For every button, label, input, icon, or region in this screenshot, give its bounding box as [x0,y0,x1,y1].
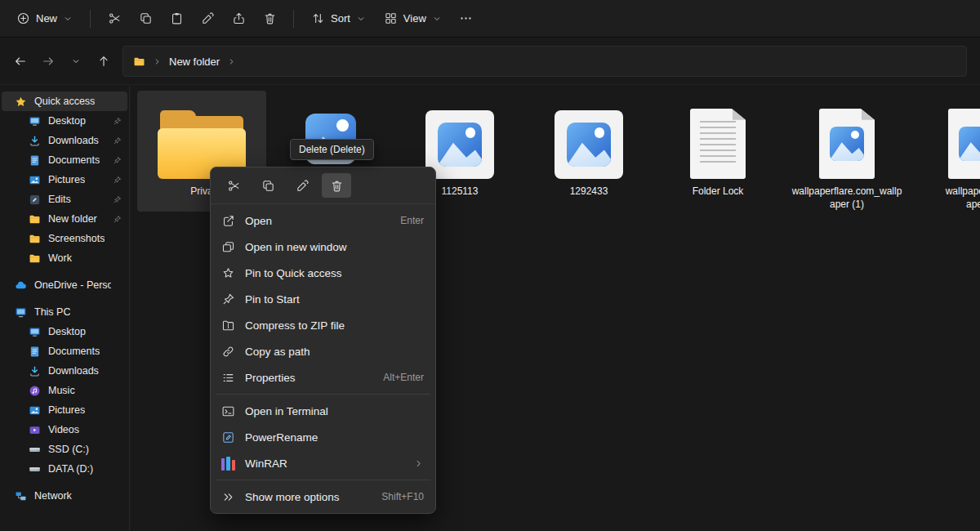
sidebar-gap [0,295,129,302]
file-label: 1292433 [570,185,608,199]
share-button[interactable] [224,5,253,33]
copy-button[interactable] [131,5,160,33]
new-button[interactable]: New [8,5,81,33]
context-menu: Open Enter Open in new window Pin to Qui… [210,167,436,514]
quick-cut-button[interactable] [219,173,248,198]
file-tile-folder-lock[interactable]: Folder Lock [653,91,782,212]
documents-icon [29,154,41,167]
sidebar-item-downloads-pc[interactable]: Downloads [2,361,127,381]
rename-button[interactable] [193,5,222,33]
forward-button[interactable] [34,48,62,74]
address-field[interactable]: New folder [122,46,967,77]
pin-icon [113,215,122,224]
menu-item-open[interactable]: Open Enter [214,207,432,234]
sidebar-item-quick-access[interactable]: Quick access [2,91,127,111]
sidebar-item-documents[interactable]: Documents [2,150,127,170]
file-tile-wallpaperflare-2[interactable]: wallpaperflare aper [911,91,980,212]
submenu-chevron-icon [413,458,424,469]
up-button[interactable] [90,48,118,74]
sidebar-gap [0,479,129,486]
sidebar-item-onedrive[interactable]: OneDrive - Personal [2,275,127,295]
menu-item-open-in-terminal[interactable]: Open in Terminal [214,398,432,424]
sidebar-item-ssd-c[interactable]: SSD (C:) [2,440,127,459]
sidebar-item-pictures[interactable]: Pictures [2,170,127,190]
pin-icon [113,156,122,165]
delete-tooltip: Delete (Delete) [290,139,374,160]
navigation-pane: Quick access Desktop Downloads Documents… [0,86,130,531]
desktop-icon [29,115,41,127]
sidebar-item-videos[interactable]: Videos [2,420,127,440]
zip-folder-icon [221,319,235,332]
quick-rename-button[interactable] [287,173,317,198]
star-outline-icon [221,266,235,280]
context-menu-list: Open Enter Open in new window Pin to Qui… [211,204,435,510]
command-toolbar: New Sort View [0,0,980,38]
paste-button[interactable] [162,5,191,33]
menu-item-pin-to-start[interactable]: Pin to Start [214,286,432,312]
chevron-down-icon [71,56,81,66]
quick-copy-button[interactable] [253,173,283,198]
quick-delete-button[interactable] [322,173,351,198]
sidebar-gap [0,268,129,275]
star-icon [15,96,27,108]
sort-button[interactable]: Sort [303,5,374,33]
menu-item-compress-to-zip[interactable]: Compress to ZIP file [214,312,432,338]
chevron-down-icon [356,14,366,24]
chevron-down-icon [432,14,442,24]
menu-item-winrar[interactable]: WinRAR [214,450,432,476]
folder-icon [29,233,41,245]
sidebar-item-music[interactable]: Music [2,381,127,400]
documents-icon [29,346,41,358]
image-file-icon [555,97,623,179]
menu-item-pin-to-quick-access[interactable]: Pin to Quick access [214,260,432,286]
back-arrow-icon [14,55,27,68]
menu-item-copy-as-path[interactable]: Copy as path [214,338,432,364]
see-more-button[interactable] [452,5,481,33]
menu-item-open-in-new-window[interactable]: Open in new window [214,234,432,260]
sidebar-item-pictures-pc[interactable]: Pictures [2,400,127,420]
rename-icon [296,179,310,193]
winrar-icon [221,457,235,471]
sidebar-item-work[interactable]: Work [2,248,127,268]
cut-button[interactable] [100,5,129,33]
file-tile-wallpaperflare-1[interactable]: wallpaperflare.com_wallp aper (1) [782,91,911,212]
breadcrumb[interactable]: New folder [169,56,220,68]
trash-icon [263,11,277,25]
sidebar-item-desktop[interactable]: Desktop [2,111,127,131]
menu-divider [216,480,430,480]
file-label: wallpaperflare aper [946,185,980,211]
view-button-label: View [403,12,426,25]
sidebar-item-downloads[interactable]: Downloads [2,131,127,150]
sidebar-item-edits[interactable]: Edits [2,190,127,209]
chevron-down-icon [63,14,73,24]
downloads-icon [29,365,41,377]
shortcut-label: Shift+F10 [381,491,424,502]
view-button[interactable]: View [376,5,450,33]
menu-item-powerrename[interactable]: PowerRename [214,424,432,450]
sidebar-item-desktop-pc[interactable]: Desktop [2,322,127,341]
shortcut-label: Enter [400,215,424,226]
computer-icon [15,306,27,319]
file-explorer-window: New Sort View New folder [0,0,980,531]
menu-item-properties[interactable]: Properties Alt+Enter [214,364,432,390]
new-window-icon [221,240,235,254]
sidebar-item-documents-pc[interactable]: Documents [2,341,127,361]
sidebar-item-data-d[interactable]: DATA (D:) [2,459,127,479]
recent-locations-button[interactable] [62,48,90,74]
copy-icon [261,179,275,193]
more-ellipsis-icon [459,11,473,25]
sidebar-item-network[interactable]: Network [2,486,127,506]
sidebar-item-this-pc[interactable]: This PC [2,302,127,322]
sidebar-item-screenshots[interactable]: Screenshots [2,229,127,248]
link-icon [221,345,235,359]
delete-button[interactable] [255,5,284,33]
menu-divider [216,394,430,395]
network-icon [15,490,27,502]
sidebar-item-new-folder[interactable]: New folder [2,209,127,229]
file-tile-1292433[interactable]: 1292433 [524,91,653,212]
menu-item-show-more-options[interactable]: Show more options Shift+F10 [214,484,432,510]
cloud-icon [15,279,27,292]
shortcut-label: Alt+Enter [383,372,424,383]
back-button[interactable] [7,48,34,74]
new-plus-icon [16,11,30,25]
